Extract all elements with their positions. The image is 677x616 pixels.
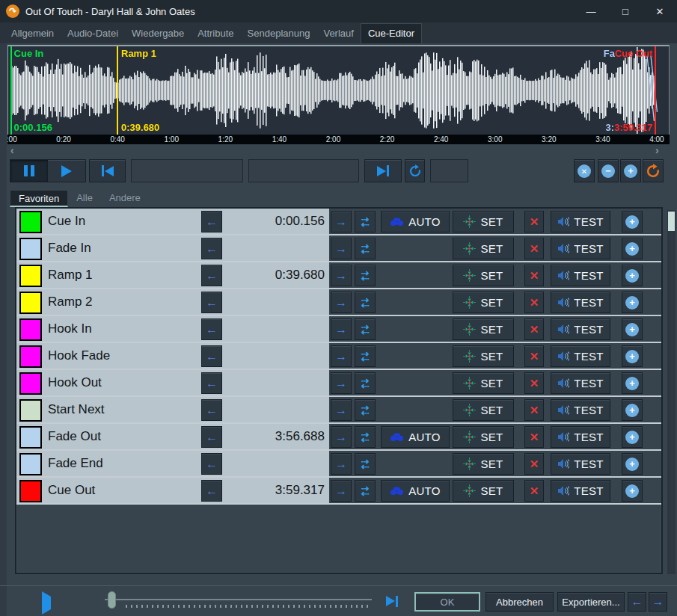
add-cue-button[interactable]: + xyxy=(622,426,643,448)
move-later-button[interactable]: → xyxy=(331,480,352,502)
test-button[interactable]: TEST xyxy=(551,238,610,259)
move-earlier-button[interactable]: ← xyxy=(201,211,222,232)
test-button[interactable]: TEST xyxy=(551,480,610,502)
ok-button[interactable]: OK xyxy=(414,592,480,612)
next-item-button[interactable]: → xyxy=(649,592,667,612)
tab-sendeplanung[interactable]: Sendeplanung xyxy=(241,24,317,43)
move-earlier-button[interactable]: ← xyxy=(201,480,222,502)
delete-cue-button[interactable]: ✕ xyxy=(524,345,544,367)
delete-cue-button[interactable]: ✕ xyxy=(524,211,544,232)
scroll-right-arrow[interactable]: › xyxy=(655,144,659,157)
tab-audio-datei[interactable]: Audio-Datei xyxy=(61,24,125,43)
cue-color-swatch[interactable] xyxy=(19,480,42,502)
cue-position-field-1[interactable] xyxy=(131,159,243,182)
zoom-fit-button[interactable]: ✕ xyxy=(574,159,595,182)
delete-cue-button[interactable]: ✕ xyxy=(524,426,544,448)
move-later-button[interactable]: → xyxy=(331,318,352,340)
test-button[interactable]: TEST xyxy=(551,292,610,313)
shift-markers-button[interactable]: ⇢⇠ xyxy=(355,292,376,313)
export-button[interactable]: Exportieren... xyxy=(557,592,625,612)
loop-count-field[interactable] xyxy=(430,159,468,182)
tab-verlauf[interactable]: Verlauf xyxy=(316,24,360,43)
close-button[interactable]: ✕ xyxy=(643,0,677,22)
set-button[interactable]: SET xyxy=(453,399,514,421)
previous-item-button[interactable]: ← xyxy=(628,592,646,612)
set-button[interactable]: SET xyxy=(453,238,514,259)
delete-cue-button[interactable]: ✕ xyxy=(524,399,544,421)
auto-button[interactable]: AUTO xyxy=(381,426,450,448)
add-cue-button[interactable]: + xyxy=(622,480,643,502)
test-button[interactable]: TEST xyxy=(551,399,610,421)
add-cue-button[interactable]: + xyxy=(622,399,643,421)
add-cue-button[interactable]: + xyxy=(622,238,643,259)
cue-color-swatch[interactable] xyxy=(19,453,42,475)
reload-button[interactable] xyxy=(643,159,664,182)
play-button[interactable] xyxy=(48,160,85,182)
move-earlier-button[interactable]: ← xyxy=(201,372,222,394)
cue-tab-favoriten[interactable]: Favoriten xyxy=(10,190,68,207)
auto-button[interactable]: AUTO xyxy=(381,211,450,232)
cue-color-swatch[interactable] xyxy=(19,318,42,341)
set-button[interactable]: SET xyxy=(453,292,514,313)
set-button[interactable]: SET xyxy=(453,265,514,286)
test-button[interactable]: TEST xyxy=(551,426,610,448)
add-cue-button[interactable]: + xyxy=(622,211,643,232)
move-earlier-button[interactable]: ← xyxy=(201,426,222,448)
cue-table-scrollbar[interactable] xyxy=(667,210,676,574)
cue-color-swatch[interactable] xyxy=(19,372,42,395)
move-earlier-button[interactable]: ← xyxy=(201,292,222,313)
delete-cue-button[interactable]: ✕ xyxy=(524,238,544,259)
shift-markers-button[interactable]: ⇢⇠ xyxy=(355,453,376,475)
move-later-button[interactable]: → xyxy=(331,426,352,448)
cue-color-swatch[interactable] xyxy=(19,238,42,260)
delete-cue-button[interactable]: ✕ xyxy=(524,318,544,340)
tab-wiedergabe[interactable]: Wiedergabe xyxy=(125,24,191,43)
move-earlier-button[interactable]: ← xyxy=(201,318,222,340)
set-button[interactable]: SET xyxy=(453,318,514,340)
add-cue-button[interactable]: + xyxy=(622,345,643,367)
set-button[interactable]: SET xyxy=(453,345,514,367)
move-later-button[interactable]: → xyxy=(331,292,352,313)
shift-markers-button[interactable]: ⇢⇠ xyxy=(355,211,376,232)
move-earlier-button[interactable]: ← xyxy=(201,265,222,286)
test-button[interactable]: TEST xyxy=(551,345,610,367)
cue-color-swatch[interactable] xyxy=(19,265,42,287)
shift-markers-button[interactable]: ⇢⇠ xyxy=(355,399,376,421)
zoom-in-button[interactable]: + xyxy=(620,159,641,182)
shift-markers-button[interactable]: ⇢⇠ xyxy=(355,265,376,286)
move-later-button[interactable]: → xyxy=(331,372,352,394)
shift-markers-button[interactable]: ⇢⇠ xyxy=(355,372,376,394)
move-later-button[interactable]: → xyxy=(331,265,352,286)
waveform-display[interactable] xyxy=(8,46,669,135)
ramp-1-marker-line[interactable] xyxy=(117,46,118,135)
delete-cue-button[interactable]: ✕ xyxy=(524,265,544,286)
move-later-button[interactable]: → xyxy=(331,238,352,259)
test-button[interactable]: TEST xyxy=(551,318,610,340)
set-button[interactable]: SET xyxy=(453,426,514,448)
timeline-ruler[interactable]: 0:000:200:401:001:201:402:002:202:403:00… xyxy=(7,135,670,144)
zoom-out-button[interactable]: − xyxy=(598,159,619,182)
test-button[interactable]: TEST xyxy=(551,211,610,232)
cue-out-marker-line[interactable] xyxy=(655,46,656,135)
shift-markers-button[interactable]: ⇢⇠ xyxy=(355,345,376,367)
add-cue-button[interactable]: + xyxy=(622,372,643,394)
maximize-button[interactable]: □ xyxy=(608,0,643,22)
move-later-button[interactable]: → xyxy=(331,211,352,232)
cue-color-swatch[interactable] xyxy=(19,211,42,233)
shift-markers-button[interactable]: ⇢⇠ xyxy=(355,480,376,502)
cue-color-swatch[interactable] xyxy=(19,399,42,422)
scroll-left-arrow[interactable]: ‹ xyxy=(10,144,14,157)
cue-color-swatch[interactable] xyxy=(19,345,42,368)
auto-button[interactable]: AUTO xyxy=(381,480,450,502)
move-later-button[interactable]: → xyxy=(331,453,352,475)
cue-color-swatch[interactable] xyxy=(19,426,42,449)
move-earlier-button[interactable]: ← xyxy=(201,345,222,367)
move-earlier-button[interactable]: ← xyxy=(201,399,222,421)
tab-attribute[interactable]: Attribute xyxy=(191,24,240,43)
loop-button[interactable] xyxy=(405,159,425,182)
move-later-button[interactable]: → xyxy=(331,345,352,367)
move-earlier-button[interactable]: ← xyxy=(201,238,222,259)
delete-cue-button[interactable]: ✕ xyxy=(524,372,544,394)
test-button[interactable]: TEST xyxy=(551,453,610,475)
cue-tab-alle[interactable]: Alle xyxy=(68,190,101,207)
